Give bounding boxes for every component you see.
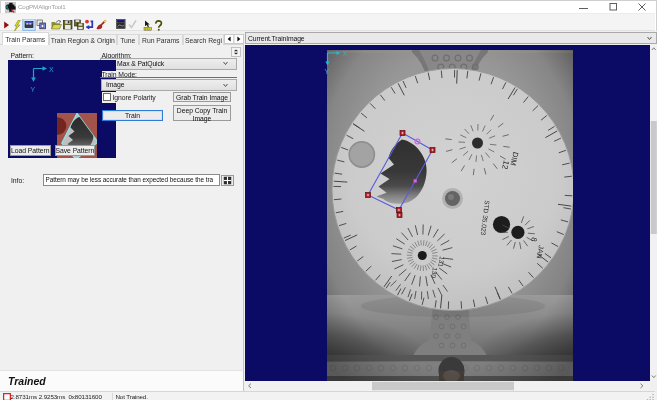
svg-text:Y: Y	[31, 85, 36, 92]
svg-text:Y: Y	[324, 68, 329, 75]
svg-text:X: X	[49, 65, 54, 72]
svg-text:X: X	[342, 49, 347, 56]
